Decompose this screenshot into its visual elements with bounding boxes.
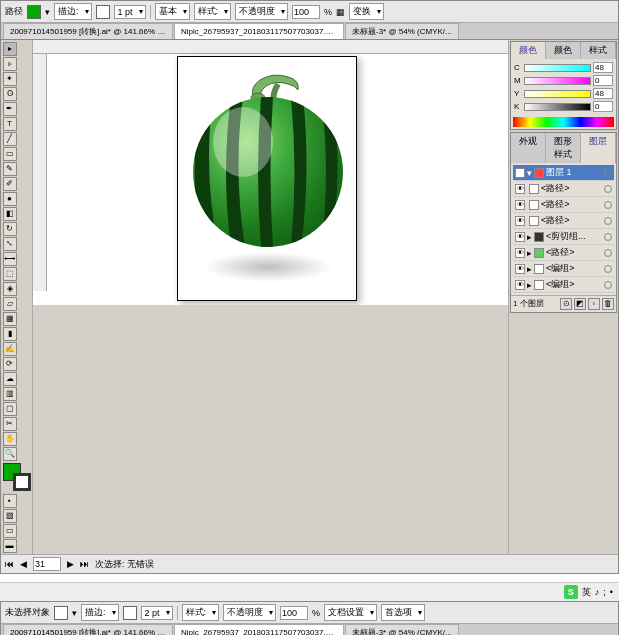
doc-tab[interactable]: 未标题-3* @ 54% (CMYK/... xyxy=(345,23,459,39)
black-slider[interactable] xyxy=(524,103,591,111)
layer-row[interactable]: 👁▾图层 1 xyxy=(513,165,614,181)
doc-tab[interactable]: 200971014501959 [转换].ai* @ 141.66% (RGB/… xyxy=(3,23,173,39)
nav-first-icon[interactable]: ⏮ xyxy=(5,559,14,569)
ime-icon[interactable]: ; xyxy=(603,587,606,597)
zoom-tool[interactable]: 🔍 xyxy=(3,447,17,461)
visibility-icon[interactable]: 👁 xyxy=(515,200,525,210)
color-mode[interactable]: ▪ xyxy=(3,494,17,508)
style-dropdown[interactable]: 样式: xyxy=(182,604,220,621)
chevron-down-icon[interactable]: ▾ xyxy=(45,7,50,17)
layer-row[interactable]: 👁▸<路径> xyxy=(513,245,614,261)
brush-dropdown[interactable]: 基本 xyxy=(155,3,190,20)
screen-mode-2[interactable]: ▬ xyxy=(3,539,17,553)
visibility-icon[interactable]: 👁 xyxy=(515,264,525,274)
opacity-dropdown[interactable]: 不透明度 xyxy=(235,3,288,20)
new-layer-button[interactable]: ▫ xyxy=(588,298,600,310)
brush-tool[interactable]: ✎ xyxy=(3,162,17,176)
rectangle-tool[interactable]: ▭ xyxy=(3,147,17,161)
stroke-weight[interactable]: 2 pt xyxy=(141,606,173,620)
style-dropdown[interactable]: 样式: xyxy=(194,3,232,20)
visibility-icon[interactable]: 👁 xyxy=(515,232,525,242)
type-tool[interactable]: T xyxy=(3,117,17,131)
scale-tool[interactable]: ⤡ xyxy=(3,237,17,251)
stroke-swatch[interactable] xyxy=(123,606,137,620)
ime-badge[interactable]: S xyxy=(564,585,578,599)
blend-tool[interactable]: ⟳ xyxy=(3,357,17,371)
free-transform-tool[interactable]: ⬚ xyxy=(3,267,17,281)
stroke-color[interactable] xyxy=(13,473,31,491)
magenta-slider[interactable] xyxy=(524,77,591,85)
stroke-dropdown[interactable]: 描边: xyxy=(81,604,119,621)
doc-setup-button[interactable]: 文档设置 xyxy=(324,604,377,621)
selection-tool[interactable]: ▸ xyxy=(3,42,17,56)
ime-lang[interactable]: 英 xyxy=(582,586,591,599)
canvas-viewport[interactable] xyxy=(47,54,494,291)
graphic-styles-tab[interactable]: 图形样式 xyxy=(546,133,581,163)
layer-row[interactable]: 👁▸<编组> xyxy=(513,277,614,293)
layer-row[interactable]: 👁▸<剪切组... xyxy=(513,229,614,245)
canvas[interactable] xyxy=(33,40,508,305)
nav-last-icon[interactable]: ⏭ xyxy=(80,559,89,569)
layer-row[interactable]: 👁▸<编组> xyxy=(513,261,614,277)
magic-wand-tool[interactable]: ✦ xyxy=(3,72,17,86)
delete-layer-button[interactable]: 🗑 xyxy=(602,298,614,310)
layer-row[interactable]: 👁 <路径> xyxy=(513,213,614,229)
perspective-tool[interactable]: ▱ xyxy=(3,297,17,311)
ime-icon[interactable]: ♪ xyxy=(595,587,600,597)
fill-stroke-control[interactable] xyxy=(3,463,31,491)
stroke-weight[interactable]: 1 pt xyxy=(114,5,146,19)
lasso-tool[interactable]: ʘ xyxy=(3,87,17,101)
line-tool[interactable]: ╱ xyxy=(3,132,17,146)
visibility-icon[interactable]: 👁 xyxy=(515,184,525,194)
doc-tab[interactable]: 200971014501959 [转换].ai* @ 141.66% (... xyxy=(3,624,173,635)
transform-button[interactable]: 变换 xyxy=(349,3,384,20)
prefs-button[interactable]: 首选项 xyxy=(381,604,425,621)
stroke-swatch[interactable] xyxy=(96,5,110,19)
width-tool[interactable]: ⟷ xyxy=(3,252,17,266)
shape-builder-tool[interactable]: ◈ xyxy=(3,282,17,296)
visibility-icon[interactable]: 👁 xyxy=(515,248,525,258)
nav-prev-icon[interactable]: ◀ xyxy=(20,559,27,569)
visibility-icon[interactable]: 👁 xyxy=(515,280,525,290)
fill-swatch[interactable] xyxy=(54,606,68,620)
magenta-value[interactable] xyxy=(593,75,613,86)
rotate-tool[interactable]: ↻ xyxy=(3,222,17,236)
slice-tool[interactable]: ✂ xyxy=(3,417,17,431)
pencil-tool[interactable]: ✐ xyxy=(3,177,17,191)
doc-tab[interactable]: 未标题-3* @ 54% (CMYK/... xyxy=(345,624,459,635)
appearance-tab[interactable]: 外观 xyxy=(511,133,546,163)
zoom-input[interactable] xyxy=(33,557,61,571)
fill-swatch[interactable] xyxy=(27,5,41,19)
doc-tab-active[interactable]: Nipic_26795937_201803117507703037.ai* @ … xyxy=(174,23,344,39)
gradient-mode[interactable]: ▨ xyxy=(3,509,17,523)
nav-next-icon[interactable]: ▶ xyxy=(67,559,74,569)
screen-mode[interactable]: ▭ xyxy=(3,524,17,538)
layer-row[interactable]: 👁 <路径> xyxy=(513,197,614,213)
doc-tab-active[interactable]: Nipic_26795937_201803117507703037.ai* @ … xyxy=(174,624,344,635)
yellow-slider[interactable] xyxy=(524,90,591,98)
direct-selection-tool[interactable]: ▹ xyxy=(3,57,17,71)
cyan-value[interactable] xyxy=(593,62,613,73)
opacity-input[interactable] xyxy=(280,606,308,620)
layers-tab[interactable]: 图层 xyxy=(581,133,616,163)
chevron-down-icon[interactable]: ▾ xyxy=(72,608,77,618)
blob-brush-tool[interactable]: ● xyxy=(3,192,17,206)
visibility-icon[interactable]: 👁 xyxy=(515,168,525,178)
eraser-tool[interactable]: ◧ xyxy=(3,207,17,221)
color-guide-tab[interactable]: 颜色 xyxy=(546,42,581,59)
locate-button[interactable]: ⊙ xyxy=(560,298,572,310)
artboard-tool[interactable]: ▢ xyxy=(3,402,17,416)
cyan-slider[interactable] xyxy=(524,64,591,72)
swatches-tab[interactable]: 样式 xyxy=(581,42,616,59)
graph-tool[interactable]: ▥ xyxy=(3,387,17,401)
new-sublayer-button[interactable]: ◩ xyxy=(574,298,586,310)
stroke-dropdown[interactable]: 描边: xyxy=(54,3,92,20)
align-icon[interactable]: ▦ xyxy=(336,7,345,17)
visibility-icon[interactable]: 👁 xyxy=(515,216,525,226)
spectrum-bar[interactable] xyxy=(513,117,614,127)
symbol-tool[interactable]: ☁ xyxy=(3,372,17,386)
gradient-tool[interactable]: ▮ xyxy=(3,327,17,341)
opacity-dropdown[interactable]: 不透明度 xyxy=(223,604,276,621)
yellow-value[interactable] xyxy=(593,88,613,99)
mesh-tool[interactable]: ▦ xyxy=(3,312,17,326)
